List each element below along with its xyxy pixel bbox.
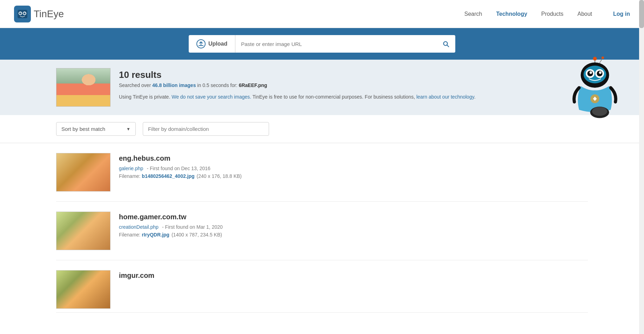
svg-point-6 bbox=[25, 13, 25, 13]
result-image bbox=[56, 270, 110, 308]
nav-products[interactable]: Products bbox=[541, 11, 563, 17]
privacy-end: . bbox=[474, 94, 476, 100]
privacy-mid: TinEye is free to use for non-commercial… bbox=[251, 94, 416, 100]
upload-button[interactable]: Upload bbox=[189, 35, 235, 53]
upload-icon bbox=[196, 39, 206, 48]
header: TinEye Search Technology Products About … bbox=[0, 0, 644, 28]
svg-point-21 bbox=[592, 107, 607, 116]
result-filename-link[interactable]: rIryQDR.jpg bbox=[142, 232, 169, 238]
result-info: home.gamer.com.tw creationDetail.php - F… bbox=[119, 212, 223, 238]
result-thumbnail bbox=[56, 270, 110, 309]
table-row: imgur.com bbox=[56, 260, 588, 313]
logo-icon bbox=[14, 6, 31, 22]
results-header: 10 results Searched over 46.8 billion im… bbox=[0, 60, 644, 115]
privacy-link2[interactable]: learn about our technology bbox=[416, 94, 474, 100]
meta-count: 46.8 billion images bbox=[152, 82, 196, 88]
search-button[interactable] bbox=[436, 35, 455, 53]
svg-point-7 bbox=[593, 57, 597, 61]
filter-area: Sort by best match ▼ bbox=[0, 115, 644, 143]
result-filename-link[interactable]: b1480256462_4002.jpg bbox=[142, 173, 194, 179]
results-meta: Searched over 46.8 billion images in 0.5… bbox=[119, 82, 476, 88]
result-domain: imgur.com bbox=[119, 272, 154, 280]
result-thumbnail bbox=[56, 212, 110, 250]
filename-label: Filename: bbox=[119, 173, 142, 179]
meta-filename: 6RaEEF.png bbox=[239, 82, 267, 88]
scrollbar-track[interactable] bbox=[639, 0, 644, 313]
search-icon bbox=[442, 40, 450, 48]
results-count: 10 results bbox=[119, 69, 476, 80]
result-info: imgur.com bbox=[119, 270, 154, 282]
nav-about[interactable]: About bbox=[577, 11, 592, 17]
result-image bbox=[56, 212, 110, 250]
query-thumbnail bbox=[56, 68, 110, 107]
privacy-text: Using TinEye is private. bbox=[119, 94, 172, 100]
result-page-row: creationDetail.php - First found on Mar … bbox=[119, 224, 223, 230]
url-input[interactable] bbox=[235, 35, 436, 53]
filter-input[interactable] bbox=[143, 122, 269, 136]
meta-prefix: Searched over bbox=[119, 82, 152, 88]
result-domain: home.gamer.com.tw bbox=[119, 213, 223, 221]
result-file-info: (240 x 176, 18.8 KB) bbox=[197, 173, 242, 179]
result-page-link[interactable]: galerie.php bbox=[119, 166, 143, 171]
table-row: home.gamer.com.tw creationDetail.php - F… bbox=[56, 202, 588, 260]
query-image bbox=[56, 68, 110, 106]
scrollbar-thumb[interactable] bbox=[639, 0, 644, 28]
result-thumbnail bbox=[56, 153, 110, 192]
robot-mascot bbox=[567, 56, 623, 120]
chevron-down-icon: ▼ bbox=[126, 127, 130, 132]
login-button[interactable]: Log in bbox=[613, 11, 630, 17]
logo-link[interactable]: TinEye bbox=[14, 6, 64, 22]
results-list: eng.hebus.com galerie.php - First found … bbox=[0, 143, 644, 313]
upload-arrow-icon bbox=[199, 41, 203, 46]
search-bar: Upload bbox=[189, 35, 455, 53]
result-found-date: - First found on Dec 13, 2016 bbox=[147, 166, 210, 171]
filename-label: Filename: bbox=[119, 232, 142, 238]
result-filename-row: Filename: b1480256462_4002.jpg(240 x 176… bbox=[119, 173, 242, 179]
result-filename-row: Filename: rIryQDR.jpg(1400 x 787, 234.5 … bbox=[119, 232, 223, 238]
robot-svg bbox=[567, 56, 623, 119]
table-row: eng.hebus.com galerie.php - First found … bbox=[56, 143, 588, 202]
main-nav: Search Technology Products About bbox=[464, 11, 592, 17]
upload-label: Upload bbox=[208, 41, 227, 47]
meta-suffix: in 0.5 seconds for: bbox=[196, 82, 239, 88]
sort-label: Sort by best match bbox=[61, 126, 105, 132]
privacy-link1[interactable]: We do not save your search images. bbox=[172, 94, 251, 100]
result-page-link[interactable]: creationDetail.php bbox=[119, 224, 159, 230]
nav-search[interactable]: Search bbox=[464, 11, 482, 17]
svg-point-9 bbox=[602, 56, 604, 59]
result-domain: eng.hebus.com bbox=[119, 154, 242, 162]
sort-select[interactable]: Sort by best match ▼ bbox=[56, 122, 136, 136]
privacy-note: Using TinEye is private. We do not save … bbox=[119, 93, 476, 101]
nav-technology[interactable]: Technology bbox=[496, 11, 527, 17]
result-page-row: galerie.php - First found on Dec 13, 201… bbox=[119, 165, 242, 171]
svg-point-18 bbox=[599, 71, 602, 74]
logo-text: TinEye bbox=[34, 8, 64, 20]
svg-point-5 bbox=[20, 13, 21, 13]
results-info: 10 results Searched over 46.8 billion im… bbox=[119, 68, 476, 101]
svg-point-17 bbox=[590, 71, 592, 74]
svg-point-4 bbox=[24, 12, 26, 14]
result-info: eng.hebus.com galerie.php - First found … bbox=[119, 153, 242, 179]
search-bar-section: Upload bbox=[0, 28, 644, 60]
result-found-date: - First found on Mar 1, 2020 bbox=[162, 224, 223, 230]
tineye-logo-svg bbox=[17, 8, 28, 20]
result-file-info: (1400 x 787, 234.5 KB) bbox=[172, 232, 222, 238]
result-image bbox=[56, 153, 110, 191]
svg-point-3 bbox=[19, 12, 21, 14]
results-left: 10 results Searched over 46.8 billion im… bbox=[56, 68, 476, 107]
